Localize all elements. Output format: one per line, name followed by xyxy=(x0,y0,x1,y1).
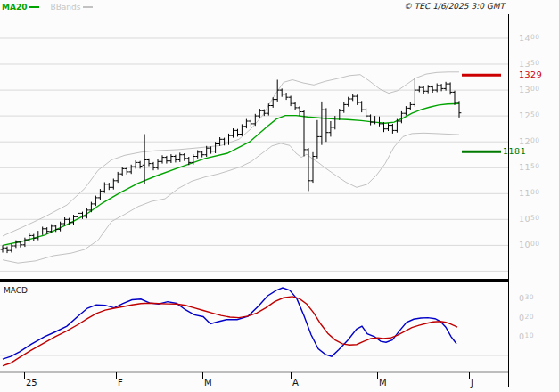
ohlc-bar xyxy=(226,134,231,145)
ohlc-bar xyxy=(107,183,111,190)
ohlc-bar xyxy=(27,233,31,241)
price-axis-label: 1050 xyxy=(519,214,540,224)
ohlc-bar xyxy=(417,86,422,93)
ohlc-bar xyxy=(435,84,440,93)
ohlc-bar xyxy=(156,159,160,170)
ohlc-bar xyxy=(14,241,19,249)
bollinger-lower-band xyxy=(3,133,459,263)
resistance-label: 1329 xyxy=(519,69,542,79)
price-axis-label: 1100 xyxy=(519,188,540,198)
ohlc-bar xyxy=(249,119,253,127)
ohlc-bar xyxy=(174,155,178,163)
ohlc-bar xyxy=(453,91,457,105)
x-axis-label: A xyxy=(292,378,299,388)
ohlc-bar xyxy=(271,97,275,108)
ohlc-bar xyxy=(329,121,333,136)
price-axis-label: 1150 xyxy=(519,162,540,172)
ohlc-bar xyxy=(320,102,325,145)
macd-axis-label: 030 xyxy=(519,293,534,303)
ohlc-bar xyxy=(377,117,382,127)
ohlc-bar xyxy=(399,111,404,123)
ohlc-bar xyxy=(235,129,240,137)
ohlc-bar xyxy=(333,116,337,129)
ohlc-bar xyxy=(408,102,413,110)
ohlc-bar xyxy=(147,159,152,167)
ohlc-bar xyxy=(103,183,107,193)
ohlc-bar xyxy=(116,172,120,183)
macd-axis-label: 010 xyxy=(519,331,534,341)
ohlc-bar xyxy=(337,109,341,120)
ohlc-bar xyxy=(195,151,200,159)
price-axis-label: 1400 xyxy=(519,33,540,43)
ohlc-bar xyxy=(364,108,368,118)
ohlc-bar xyxy=(404,106,408,116)
x-axis-label: M xyxy=(379,378,387,388)
ohlc-bar xyxy=(350,94,355,102)
ma20-line xyxy=(3,103,459,245)
pane-separator xyxy=(0,279,508,282)
ohlc-bar xyxy=(346,97,350,107)
ohlc-bar xyxy=(413,78,417,106)
ohlc-bar xyxy=(325,108,329,142)
ohlc-bar xyxy=(98,189,103,200)
ohlc-bar xyxy=(129,165,134,174)
ohlc-bar xyxy=(200,151,204,158)
ohlc-bar xyxy=(204,146,209,157)
ohlc-bar xyxy=(390,124,395,134)
ohlc-bar xyxy=(359,101,364,112)
ohlc-bar xyxy=(209,146,213,153)
price-axis-label: 1350 xyxy=(519,59,540,69)
ohlc-bar xyxy=(244,119,249,129)
ohlc-bar xyxy=(355,94,359,105)
ohlc-bar xyxy=(444,82,448,91)
ohlc-bar xyxy=(431,86,435,93)
ohlc-bar xyxy=(293,102,298,110)
price-axis-label: 1000 xyxy=(519,240,540,249)
ohlc-bar xyxy=(177,152,182,162)
ohlc-bar xyxy=(275,80,280,102)
ohlc-bar xyxy=(386,123,390,131)
ohlc-bar xyxy=(426,85,431,93)
macd-axis-label: 020 xyxy=(519,313,534,323)
ohlc-bar xyxy=(152,162,156,170)
ohlc-bar xyxy=(298,106,302,116)
ohlc-bar xyxy=(94,196,98,207)
ohlc-bar xyxy=(231,128,235,138)
price-axis-label: 1250 xyxy=(519,110,540,120)
ohlc-bar xyxy=(182,153,186,161)
ohlc-bar xyxy=(111,179,116,190)
ohlc-bar xyxy=(1,245,5,252)
price-axis-label: 1200 xyxy=(519,136,540,146)
ohlc-bar xyxy=(289,96,293,107)
ohlc-bar xyxy=(316,120,320,159)
chart-canvas xyxy=(0,0,559,392)
ohlc-bar xyxy=(240,124,244,135)
ohlc-bar xyxy=(160,155,165,163)
support-label: 1181 xyxy=(503,146,526,156)
ohlc-bar xyxy=(5,247,10,254)
x-axis-label: M xyxy=(204,378,212,388)
ohlc-bar xyxy=(40,227,45,235)
ohlc-bar xyxy=(125,167,129,175)
ohlc-bar xyxy=(169,154,174,163)
ohlc-bar xyxy=(89,202,94,213)
ohlc-bar xyxy=(267,103,271,115)
x-axis-label: F xyxy=(118,378,123,388)
macd-line xyxy=(3,288,456,359)
price-axis-label: 1300 xyxy=(519,85,540,94)
ohlc-bar xyxy=(341,102,346,113)
ohlc-bar xyxy=(36,231,40,241)
stock-chart: MA20 BBands © TEC 1/6/2025 3:0 GMT MACD … xyxy=(0,0,559,392)
x-axis-label: J xyxy=(471,378,473,388)
ohlc-bar xyxy=(213,142,218,153)
ohlc-bar xyxy=(165,156,169,164)
ohlc-bar xyxy=(284,93,289,100)
x-axis-label: 25 xyxy=(26,378,37,388)
ohlc-bar xyxy=(448,82,453,94)
